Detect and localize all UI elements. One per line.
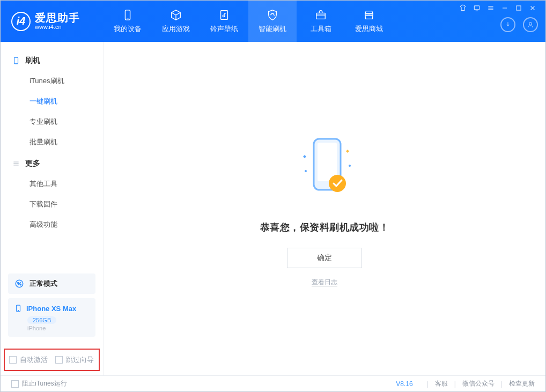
svg-rect-25 xyxy=(318,143,337,181)
tab-ringtone-wallpaper[interactable]: 铃声壁纸 xyxy=(200,1,248,42)
checkbox-auto-activate[interactable]: 自动激活 xyxy=(9,355,48,365)
status-bar: 阻止iTunes运行 V8.16 | 客服 | 微信公众号 | 检查更新 xyxy=(1,375,545,391)
success-illustration xyxy=(284,131,365,206)
maximize-icon[interactable] xyxy=(515,4,522,12)
app-logo: i4 爱思助手 www.i4.cn xyxy=(11,12,80,31)
sidebar-item-other-tools[interactable]: 其他工具 xyxy=(1,174,103,194)
sidebar-item-batch-flash[interactable]: 批量刷机 xyxy=(1,132,103,152)
main-content: 恭喜您，保资料刷机成功啦！ 确定 查看日志 xyxy=(104,42,545,375)
ok-button[interactable]: 确定 xyxy=(287,248,362,268)
logo-icon: i4 xyxy=(11,12,31,31)
menu-icon[interactable] xyxy=(487,4,495,12)
shield-refresh-icon xyxy=(266,9,279,21)
sidebar-section-more: 更多 xyxy=(1,156,103,174)
feedback-icon[interactable] xyxy=(473,4,481,12)
titlebar: i4 爱思助手 www.i4.cn 我的设备 应用游戏 铃声壁纸 智能刷机 工具… xyxy=(1,1,545,42)
cube-icon xyxy=(169,9,182,21)
svg-point-23 xyxy=(18,310,18,311)
device-storage-badge: 256GB xyxy=(27,316,56,324)
svg-point-27 xyxy=(305,170,307,172)
list-icon xyxy=(12,160,20,167)
wechat-link[interactable]: 微信公众号 xyxy=(462,379,495,388)
music-file-icon xyxy=(218,9,231,21)
device-mode[interactable]: 正常模式 xyxy=(8,273,95,294)
tab-smart-flash[interactable]: 智能刷机 xyxy=(248,1,297,42)
tab-store[interactable]: 爱思商城 xyxy=(345,1,393,42)
check-update-link[interactable]: 检查更新 xyxy=(509,379,535,388)
toolbox-icon xyxy=(314,9,327,21)
device-platform: iPhone xyxy=(27,325,89,331)
sidebar: 刷机 iTunes刷机 一键刷机 专业刷机 批量刷机 更多 其他工具 下载固件 … xyxy=(1,42,104,375)
svg-point-26 xyxy=(329,175,346,192)
normal-mode-icon xyxy=(14,279,24,289)
app-subtitle: www.i4.cn xyxy=(35,24,80,30)
sidebar-item-itunes-flash[interactable]: iTunes刷机 xyxy=(1,71,103,91)
account-button[interactable] xyxy=(523,17,538,32)
block-itunes-label: 阻止iTunes运行 xyxy=(22,379,67,388)
svg-point-19 xyxy=(18,282,19,283)
svg-rect-0 xyxy=(125,10,130,19)
tab-toolbox[interactable]: 工具箱 xyxy=(297,1,345,42)
device-icon xyxy=(12,56,20,65)
device-info[interactable]: iPhone XS Max 256GB iPhone xyxy=(8,298,95,337)
svg-rect-2 xyxy=(221,10,228,19)
version-label: V8.16 xyxy=(396,380,412,388)
sidebar-item-oneclick-flash[interactable]: 一键刷机 xyxy=(1,91,103,112)
store-icon xyxy=(363,9,375,21)
svg-point-4 xyxy=(529,22,532,25)
sidebar-item-pro-flash[interactable]: 专业刷机 xyxy=(1,112,103,132)
download-icon xyxy=(504,21,512,28)
skin-icon[interactable] xyxy=(459,4,467,12)
main-tabs: 我的设备 应用游戏 铃声壁纸 智能刷机 工具箱 爱思商城 xyxy=(104,1,393,42)
phone-icon xyxy=(121,9,134,21)
checkbox-icon[interactable] xyxy=(9,356,17,364)
sidebar-item-advanced[interactable]: 高级功能 xyxy=(1,215,103,235)
success-message: 恭喜您，保资料刷机成功啦！ xyxy=(260,221,389,234)
phone-small-icon xyxy=(14,304,22,313)
checkbox-block-itunes[interactable] xyxy=(11,380,19,388)
user-icon xyxy=(527,21,534,28)
app-title: 爱思助手 xyxy=(35,12,80,24)
checkbox-icon[interactable] xyxy=(55,356,63,364)
close-icon[interactable] xyxy=(529,4,536,12)
device-name-label: iPhone XS Max xyxy=(26,305,76,313)
svg-rect-3 xyxy=(316,13,326,19)
flags-box: 自动激活 跳过向导 xyxy=(4,349,100,371)
sidebar-item-download-firmware[interactable]: 下载固件 xyxy=(1,194,103,215)
minimize-icon[interactable] xyxy=(501,4,508,12)
tab-my-device[interactable]: 我的设备 xyxy=(104,1,152,42)
tab-apps-games[interactable]: 应用游戏 xyxy=(152,1,200,42)
download-button[interactable] xyxy=(500,17,515,32)
device-panel: 正常模式 iPhone XS Max 256GB iPhone xyxy=(1,268,103,349)
checkbox-skip-guide[interactable]: 跳过向导 xyxy=(55,355,94,365)
support-link[interactable]: 客服 xyxy=(435,379,448,388)
svg-rect-5 xyxy=(474,6,479,10)
window-controls xyxy=(459,4,536,12)
svg-rect-10 xyxy=(517,6,521,10)
svg-point-20 xyxy=(20,284,21,285)
view-log-link: 查看日志 xyxy=(312,278,337,287)
svg-point-28 xyxy=(349,165,351,167)
sidebar-section-flash: 刷机 xyxy=(1,53,103,71)
